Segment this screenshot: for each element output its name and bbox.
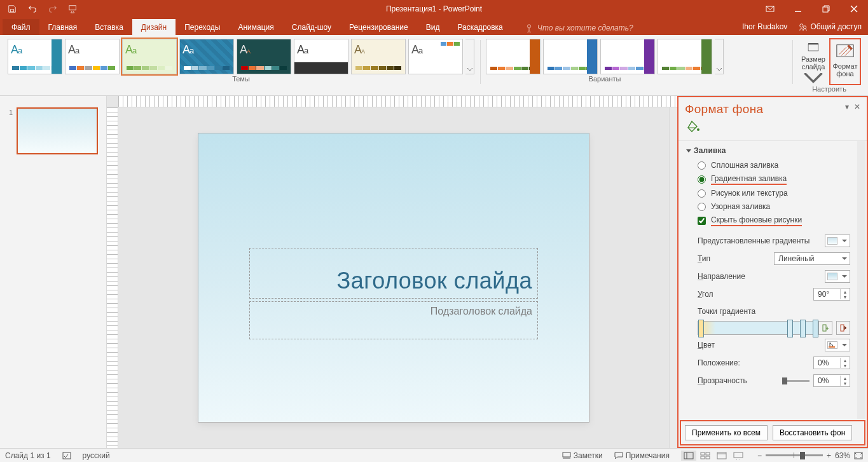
tab-review[interactable]: Рецензирование <box>340 19 417 35</box>
theme-item[interactable]: Aa <box>351 39 406 74</box>
variant-item[interactable] <box>486 39 541 74</box>
title-placeholder[interactable]: Заголовок слайда <box>249 248 538 299</box>
share-button[interactable]: Общий доступ <box>799 22 862 31</box>
horizontal-ruler <box>118 96 677 107</box>
fill-opt-gradient[interactable]: Градиентная заливка <box>686 172 859 187</box>
gradient-stops-bar[interactable] <box>698 321 815 335</box>
fill-opt-solid[interactable]: Сплошная заливка <box>686 159 859 172</box>
gradient-direction-combo[interactable] <box>825 270 850 283</box>
variants-gallery[interactable] <box>486 37 724 74</box>
variant-item[interactable] <box>600 39 655 74</box>
theme-item[interactable]: Aa <box>65 39 120 74</box>
tab-view[interactable]: Вид <box>417 19 449 35</box>
theme-item[interactable]: Aa <box>179 39 234 74</box>
add-stop-button[interactable] <box>818 321 832 335</box>
svg-rect-15 <box>684 452 693 459</box>
themes-gallery[interactable]: Aa Aa Aa Aa Aa Aa Aa Aa <box>8 37 474 74</box>
theme-item-selected[interactable]: Aa <box>122 39 177 74</box>
language-indicator[interactable]: русский <box>83 451 110 460</box>
variant-item[interactable] <box>658 39 712 74</box>
zoom-value[interactable]: 63% <box>835 451 850 460</box>
gradient-color-combo[interactable] <box>825 339 850 351</box>
svg-rect-14 <box>563 452 570 457</box>
tab-transitions[interactable]: Переходы <box>176 19 229 35</box>
gradient-stop[interactable] <box>813 320 818 337</box>
zoom-out-button[interactable]: − <box>757 451 762 460</box>
comments-button[interactable]: Примечания <box>614 451 670 460</box>
group-variants: Варианты <box>482 37 727 95</box>
svg-point-4 <box>527 25 530 28</box>
vertical-scrollbar[interactable] <box>669 107 677 448</box>
theme-item[interactable]: Aa <box>294 39 348 74</box>
svg-point-6 <box>804 25 806 28</box>
svg-rect-17 <box>706 452 710 455</box>
spellcheck-icon[interactable] <box>62 451 71 460</box>
gradient-stop[interactable] <box>800 320 806 337</box>
tab-design[interactable]: Дизайн <box>132 19 176 35</box>
undo-icon[interactable] <box>27 3 38 15</box>
preset-gradients-combo[interactable] <box>825 234 850 247</box>
tab-animations[interactable]: Анимация <box>229 19 282 35</box>
redo-icon[interactable] <box>47 3 59 15</box>
gradient-transparency-spin[interactable]: 0%▲▼ <box>813 374 850 387</box>
start-slideshow-icon[interactable] <box>67 3 79 15</box>
thumbnail-slot[interactable]: 1 <box>6 107 100 154</box>
preset-gradients-row: Предустановленные градиенты <box>686 232 859 250</box>
tab-storyboard[interactable]: Раскадровка <box>448 19 511 35</box>
close-icon[interactable] <box>840 0 868 18</box>
gallery-more-button[interactable] <box>465 39 474 74</box>
zoom-in-button[interactable]: + <box>827 451 831 460</box>
apply-to-all-button[interactable]: Применить ко всем <box>685 425 768 440</box>
gradient-angle-spin[interactable]: 90°▲▼ <box>813 288 850 301</box>
normal-view-icon[interactable] <box>681 451 696 461</box>
transparency-slider[interactable] <box>784 380 809 382</box>
slide-size-button[interactable]: Размер слайда <box>798 39 829 85</box>
save-icon[interactable] <box>6 3 18 15</box>
theme-item[interactable]: Aa <box>408 39 463 74</box>
window-title: Презентация1 - PowerPoint <box>0 4 868 13</box>
ribbon: Aa Aa Aa Aa Aa Aa Aa Aa Темы Варианты Ра… <box>0 35 868 96</box>
user-name[interactable]: Ihor Rudakov <box>742 22 787 31</box>
theme-item[interactable]: Aa <box>8 39 62 74</box>
tab-slideshow[interactable]: Слайд-шоу <box>283 19 340 35</box>
remove-stop-button[interactable] <box>836 321 850 335</box>
svg-rect-1 <box>69 6 76 10</box>
hide-bg-graphics[interactable]: Скрыть фоновые рисунки <box>686 214 859 228</box>
subtitle-placeholder[interactable]: Подзаголовок слайда <box>249 301 538 339</box>
ribbon-options-icon[interactable] <box>756 0 784 18</box>
tell-me[interactable]: Что вы хотите сделать? <box>525 21 633 35</box>
minimize-icon[interactable] <box>784 0 812 18</box>
sorter-view-icon[interactable] <box>698 451 713 461</box>
fill-opt-picture[interactable]: Рисунок или текстура <box>686 187 859 200</box>
reading-view-icon[interactable] <box>714 451 729 461</box>
fill-opt-pattern[interactable]: Узорная заливка <box>686 200 859 214</box>
reset-background-button[interactable]: Восстановить фон <box>773 425 852 440</box>
variants-more-button[interactable] <box>715 39 724 74</box>
fit-to-window-icon[interactable] <box>854 452 863 459</box>
gradient-type-combo[interactable]: Линейный <box>774 252 850 265</box>
tab-home[interactable]: Главная <box>39 19 86 35</box>
thumbnail-card[interactable] <box>17 107 98 154</box>
restore-icon[interactable] <box>812 0 840 18</box>
panel-close-icon[interactable]: ✕ <box>854 102 860 111</box>
fill-section-header[interactable]: Заливка <box>686 144 859 159</box>
panel-menu-icon[interactable]: ▾ <box>845 102 849 111</box>
tab-insert[interactable]: Вставка <box>86 19 132 35</box>
format-background-button[interactable]: Формат фона <box>830 39 860 85</box>
fill-category-icon[interactable] <box>685 119 701 135</box>
slides-thumbnails-pane[interactable]: 1 <box>0 96 107 448</box>
slide-counter[interactable]: Слайд 1 из 1 <box>5 451 51 460</box>
zoom-slider[interactable] <box>766 454 823 456</box>
tab-file[interactable]: Файл <box>3 19 39 35</box>
gradient-stops-row <box>698 321 850 335</box>
slide[interactable]: Заголовок слайда Подзаголовок слайда <box>198 133 589 422</box>
ribbon-tabs: Файл Главная Вставка Дизайн Переходы Ани… <box>0 18 868 35</box>
gradient-position-spin[interactable]: 0%▲▼ <box>813 357 850 369</box>
gradient-stop[interactable] <box>787 320 793 337</box>
variant-item[interactable] <box>543 39 598 74</box>
notes-button[interactable]: Заметки <box>562 451 603 460</box>
slideshow-view-icon[interactable] <box>731 451 746 461</box>
gradient-stop[interactable] <box>698 320 704 337</box>
slide-canvas[interactable]: Заголовок слайда Подзаголовок слайда <box>118 107 669 448</box>
theme-item[interactable]: Aa <box>237 39 291 74</box>
